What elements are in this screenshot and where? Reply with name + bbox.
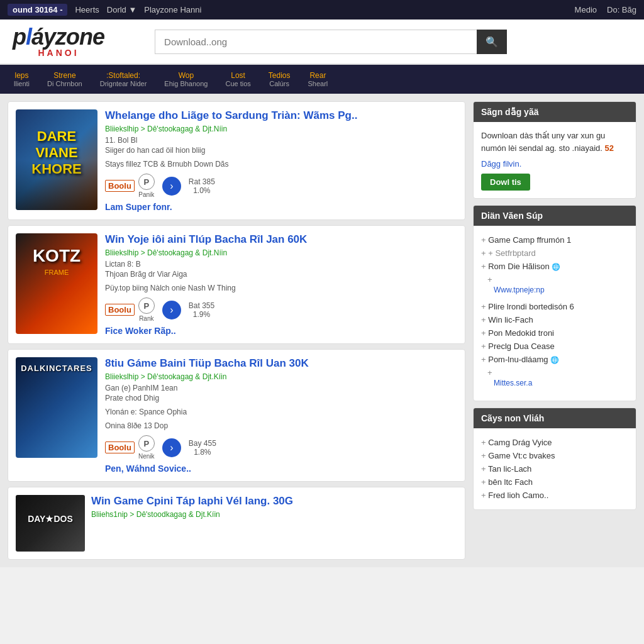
top-bar-playzone[interactable]: Playzone Hanni [144,5,201,14]
game-stats-2: Bay 455 1.8% [189,439,216,457]
external-icon: 🌐 [552,263,560,270]
nav-item-leps[interactable]: leps llienti [5,65,38,94]
table-row: DAY★DOS Win Game Cpini Táp laphi Vél Ian… [8,487,465,560]
game-info-0: Whelange dho Liãge to Sardung Triàn: Wãm… [105,109,457,212]
game-desc2-2: Ylonán e: Spance Ophia [105,408,457,416]
nav-label-wop: Wop [164,71,208,80]
download-button-2[interactable]: › [162,438,181,457]
sidebar-signup-text: Downloan dàs thất uny var xun gu numón l… [481,130,628,154]
nav-sub-strene: Di Chrnbon [47,80,82,87]
list-item: Win lic-Fach [481,313,628,326]
sidebar-signup-button[interactable]: Dowl tis [481,174,530,191]
logo-play: pláyzone [13,26,104,48]
nav-item-strene[interactable]: Strene Di Chrnbon [38,65,91,94]
game-category-1: Bliiekslhip > Dê'stookagag & Djt.Níin [105,248,457,257]
nav-label-stoftaled: :Stoftaled: [100,71,147,80]
game-badges-0: Boolu P Panik [105,174,155,198]
search-input[interactable] [155,30,477,54]
game-detail1-2: Gan (e) PanhIM 1ean [105,384,457,392]
nav-item-wop[interactable]: Wop Ehig Bhanong [155,65,216,94]
list-item: Mittes.ser.a [481,366,628,393]
list-item: + Setfrbptard [481,247,628,260]
nav-label-rear: Rear [308,71,328,80]
list-item: Fred lioh Camo.. [481,489,628,502]
nav-item-tedios[interactable]: Tedios Calúrs [260,65,299,94]
nav-label-strene: Strene [47,71,82,80]
list-item: bên ltc Fach [481,475,628,489]
badge-boolu-2: Boolu [105,441,135,453]
nav-label-lost: Lost [225,71,250,80]
sidebar-vien-list: Game Camp ffrumón 1 + Setfrbptard Rom Di… [481,233,628,393]
nav-item-rear[interactable]: Rear Shearl [299,65,336,94]
logo: pláyzone HANOI [13,26,104,57]
nav-sub-stoftaled: Drigntear Nider [100,80,147,87]
badge-boolu-1: Boolu [105,304,135,316]
download-button-1[interactable]: › [162,301,181,319]
game-link-1[interactable]: Fice Woker Rãp.. [105,326,457,336]
list-item: Tan lic-Lach [481,462,628,475]
nav-sub-lost: Cue tios [225,80,250,87]
list-item: Www.tpneje:np [481,273,628,300]
nav-item-lost[interactable]: Lost Cue tios [216,65,259,94]
game-info-1: Win Yoje iôi aini Tlúp Bacha Rîl Jan 60K… [105,233,457,336]
game-link-0[interactable]: Lam Super fonr. [105,202,457,212]
sidebar-signup-link[interactable]: Dãgg filvin. [481,159,628,169]
game-title-2[interactable]: 8tiu Gáme Baini Tiüp Bacha Rîl Uan 30K [105,357,457,370]
list-item: Game Camp ffrumón 1 [481,233,628,247]
sidebar-cays-box: Cãys non Vliáh Camg Drág Vyice Game Vt:c… [473,408,636,510]
game-desc1-1: Thjoan Brãg dr Viar Aiga [105,270,457,279]
partial-game-category: Bliiehs1nip > Dê'stoodkagag & Djt.Kíin [91,510,457,519]
game-thumbnail-2: DALKINCTARES [16,357,97,458]
game-category-2: Bliiekslhip > Dê'stookagag & Djt.Kíin [105,372,457,381]
top-bar: ound 30164 - Heerts Dorld ▼ Playzone Han… [0,0,644,19]
table-row: DALKINCTARES 8tiu Gáme Baini Tiüp Bacha … [8,349,465,482]
game-thumbnail-1: KOTZ FRAME [16,233,97,334]
partial-thumb-text: DAY★DOS [16,514,85,524]
content-list: DARE VIANEKHORE Whelange dho Liãge to Sa… [8,101,465,560]
list-item: Pom-lnu-dláamg 🌐 [481,353,628,366]
game-stats-1: Bat 355 1.9% [189,301,214,319]
nav-item-stoftaled[interactable]: :Stoftaled: Drigntear Nider [91,65,156,94]
list-item: Game Vt:c bvakes [481,449,628,462]
sidebar-signup-header: Sãgn dẫg yãä [474,102,636,122]
nav-sub-tedios: Calúrs [269,80,291,87]
list-item: Preclg Dua Cease [481,340,628,353]
header: pláyzone HANOI 🔍 [0,19,644,65]
sidebar-signup-body: Downloan dàs thất uny var xun gu numón l… [474,122,636,198]
sidebar-cays-list: Camg Drág Vyice Game Vt:c bvakes Tan lic… [481,436,628,502]
table-row: KOTZ FRAME Win Yoje iôi aini Tlúp Bacha … [8,225,465,344]
badge-boolu-0: Boolu [105,180,135,192]
badge-p-2: P [138,435,155,452]
top-bar-heerts[interactable]: Heerts [75,5,99,14]
game-title-1[interactable]: Win Yoje iôi aini Tlúp Bacha Rîl Jan 60K [105,233,457,246]
game-badges-1: Boolu P Rank [105,297,155,322]
sidebar-signup-box: Sãgn dẫg yãä Downloan dàs thất uny var x… [473,101,636,199]
game-detail1-0: 11. Bol Bl [105,136,457,145]
badge-p-0: P [138,174,155,190]
download-button-0[interactable]: › [162,177,181,196]
list-item: Plire lrondi bortedisón 6 [481,300,628,313]
sidebar-vien-body: Game Camp ffrumón 1 + Setfrbptard Rom Di… [474,226,636,401]
sidebar-count: 52 [605,143,614,153]
table-row: DARE VIANEKHORE Whelange dho Liãge to Sa… [8,101,465,220]
sidebar-vien-box: Diän Văen Súp Game Camp ffrumón 1 + Setf… [473,205,636,401]
game-info-2: 8tiu Gáme Baini Tiüp Bacha Rîl Uan 30K B… [105,357,457,474]
partial-game-info: Win Game Cpini Táp laphi Vél Iang. 30G B… [91,495,457,552]
top-bar-dorld[interactable]: Dorld ▼ [107,5,137,14]
badge-label-1: Rank [139,315,153,322]
nav-sub-rear: Shearl [308,80,328,87]
game-badges-2: Boolu P Nenik [105,435,155,460]
game-title-0[interactable]: Whelange dho Liãge to Sardung Triàn: Wãm… [105,109,457,122]
game-detail1-1: Lictan 8: B [105,260,457,269]
search-button[interactable]: 🔍 [477,30,507,54]
list-item: Camg Drág Vyice [481,436,628,449]
sidebar-vien-link2[interactable]: Mittes.ser.a [494,379,628,387]
game-desc2-1: Püy.top biing Nàlch onie Nash W Thing [105,284,457,292]
game-link-2[interactable]: Pen, Wáhnd Sovice.. [105,464,457,474]
game-desc2-0: Stays fillez TCB & Brnubh Down Dãs [105,160,457,169]
nav-menu: leps llienti Strene Di Chrnbon :Stoftale… [0,65,644,94]
sidebar-vien-header: Diän Văen Súp [474,206,636,226]
sidebar-vien-link1[interactable]: Www.tpneje:np [494,286,628,294]
partial-game-title[interactable]: Win Game Cpini Táp laphi Vél Iang. 30G [91,495,457,508]
game-desc3-2: Onina 8lðe 13 Dop [105,421,457,430]
